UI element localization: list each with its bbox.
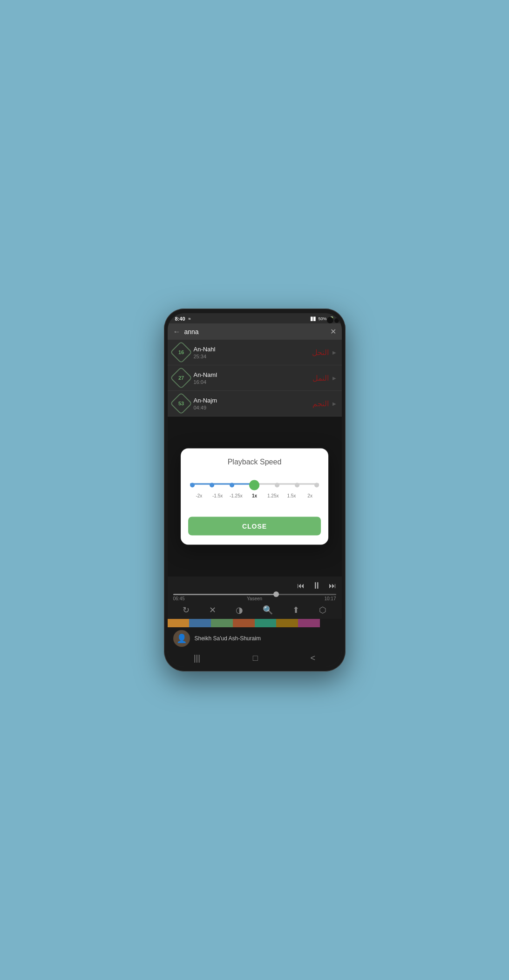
battery-label: 50% [318,316,326,321]
player-icons-row: ↻ ✕ ◑ 🔍 ⬆ ⬡ [173,603,336,617]
history-icon[interactable]: ◑ [236,605,243,615]
speed-dot-0[interactable] [190,483,195,488]
search-input[interactable] [184,328,326,336]
surah-badge: 16 [170,341,192,363]
status-time: 8:40 ≈ [175,316,191,322]
share-icon[interactable]: ⬆ [292,605,299,615]
player-progress [173,594,336,595]
surah-badge: 27 [170,367,192,389]
search-bar: ← ✕ [168,323,342,340]
track-name: Yaseen [247,596,262,601]
clear-button[interactable]: ✕ [330,327,336,336]
wifi-icon: ≈ [189,316,191,321]
player-times: 06:45 Yaseen 10:17 [173,596,336,601]
skip-back-icon[interactable]: ⏮ [297,582,305,590]
surah-duration: 25:34 [194,354,312,359]
list-item[interactable]: 27 An-Naml 16:04 النمل ▶ [168,365,342,391]
back-nav-icon[interactable]: < [311,653,316,663]
surah-name-en: An-Naml [194,371,312,378]
speed-label-6: 2x [301,493,319,498]
phone-screen: 8:40 ≈ ▊▊ 50% 🔋 ← ✕ 16 [168,313,342,667]
player-section: ⏮ ⏸ ⏭ 06:45 Yaseen 10:17 ↻ ✕ ◑ 🔍 ⬆ [168,577,342,619]
speed-dot-4[interactable] [275,483,279,488]
status-bar: 8:40 ≈ ▊▊ 50% 🔋 [168,313,342,323]
external-link-icon[interactable]: ⬡ [319,605,326,615]
strip-7 [298,619,320,627]
list-item[interactable]: 16 An-Nahl 25:34 النحل ▶ [168,340,342,365]
sheikh-name: Sheikh Sa'ud Ash-Shuraim [195,635,261,642]
speed-dot-3-active[interactable] [249,480,259,490]
speed-label-3: 1x [245,493,264,498]
camera-dot-1 [327,317,333,323]
speed-label-5: 1.5x [282,493,301,498]
camera-dot-2 [334,318,339,323]
current-time: 06:45 [173,596,185,601]
playback-speed-modal: Playback Speed -2x [181,449,329,545]
pause-icon[interactable]: ⏸ [312,580,321,591]
player-controls-top: ⏮ ⏸ ⏭ [173,580,336,591]
play-icon[interactable]: ▶ [333,401,336,406]
strip-4 [233,619,255,627]
surah-badge: 53 [170,392,192,415]
close-button[interactable]: CLOSE [188,517,321,536]
play-icon[interactable]: ▶ [333,350,336,355]
play-icon[interactable]: ▶ [333,376,336,381]
strip-5 [255,619,277,627]
strip-3 [211,619,233,627]
repeat-icon[interactable]: ↻ [183,605,190,615]
total-time: 10:17 [324,596,336,601]
strip-2 [189,619,211,627]
content-area: Playback Speed -2x [168,416,342,577]
speed-label-2: -1.25x [227,493,245,498]
slider-dots-row [190,480,319,490]
list-item[interactable]: 53 An-Najm 04:49 النجم ▶ [168,391,342,416]
speed-slider[interactable]: -2x -1.5x -1.25x 1x 1.25x 1.5x 2x [190,476,319,510]
surah-name-ar: النجم [312,399,329,408]
surah-duration: 04:49 [194,405,312,410]
back-button[interactable]: ← [173,328,181,336]
surah-list: 16 An-Nahl 25:34 النحل ▶ 27 An-Naml 16:0… [168,340,342,416]
strip-6 [276,619,298,627]
speed-label-0: -2x [190,493,209,498]
surah-name-ar: النحل [312,348,329,357]
skip-next-icon[interactable]: ⏭ [329,582,336,590]
modal-title: Playback Speed [188,458,321,466]
surah-duration: 16:04 [194,379,312,385]
speed-label-4: 1.25x [264,493,282,498]
menu-nav-icon[interactable]: ||| [194,653,200,663]
surah-name-en: An-Nahl [194,346,312,353]
speed-dot-1[interactable] [210,483,214,488]
signal-icon: ▊▊ [311,317,316,321]
strip-8 [320,619,342,627]
progress-thumb [273,591,279,597]
phone-device: 8:40 ≈ ▊▊ 50% 🔋 ← ✕ 16 [164,309,346,671]
progress-fill [173,594,279,595]
surah-info: An-Najm 04:49 [194,397,312,410]
search-icon[interactable]: 🔍 [263,605,273,615]
nav-bar: ||| □ < [168,650,342,667]
strip-1 [168,619,190,627]
sheikh-row: 👤 Sheikh Sa'ud Ash-Shuraim [168,627,342,650]
speed-label-1: -1.5x [208,493,227,498]
slider-labels: -2x -1.5x -1.25x 1x 1.25x 1.5x 2x [190,493,319,498]
surah-name-en: An-Najm [194,397,312,404]
surah-info: An-Naml 16:04 [194,371,312,385]
surah-name-ar: النمل [312,374,329,383]
close-icon[interactable]: ✕ [209,605,216,615]
progress-track[interactable] [173,594,336,595]
speed-dot-6[interactable] [314,483,319,488]
sheikh-avatar: 👤 [173,630,190,647]
home-nav-icon[interactable]: □ [253,653,258,663]
color-strips [168,619,342,627]
speed-dot-2[interactable] [230,483,234,488]
surah-info: An-Nahl 25:34 [194,346,312,359]
speed-dot-5[interactable] [295,483,299,488]
